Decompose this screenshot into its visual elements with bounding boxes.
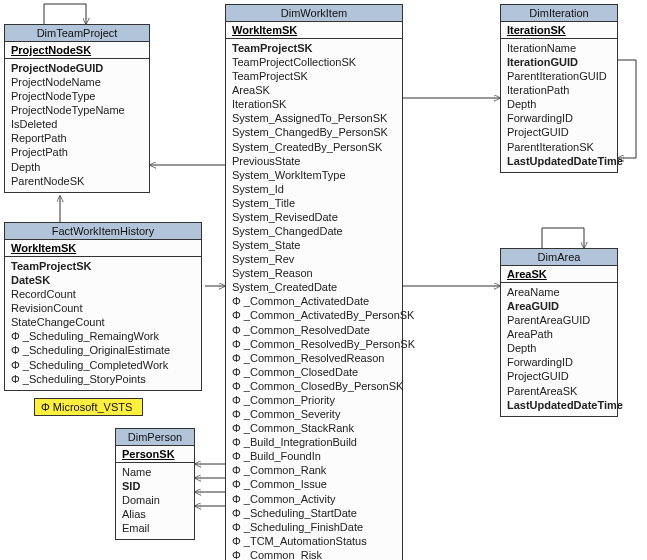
field: Φ _Build_FoundIn bbox=[232, 449, 396, 463]
legend-microsoft-vsts: Φ Microsoft_VSTS bbox=[34, 398, 143, 416]
field: Φ _Scheduling_OriginalEstimate bbox=[11, 343, 195, 357]
field: Φ _Scheduling_FinishDate bbox=[232, 520, 396, 534]
field: IterationName bbox=[507, 41, 611, 55]
field: LastUpdatedDateTime bbox=[507, 154, 611, 168]
field: ParentIterationSK bbox=[507, 140, 611, 154]
field: Depth bbox=[507, 341, 611, 355]
entity-fact-work-item-history: FactWorkItemHistory WorkItemSK TeamProje… bbox=[4, 222, 202, 391]
entity-dim-iteration: DimIteration IterationSK IterationNameIt… bbox=[500, 4, 618, 173]
field: ProjectNodeGUID bbox=[11, 61, 143, 75]
field: LastUpdatedDateTime bbox=[507, 398, 611, 412]
field-list: NameSIDDomainAliasEmail bbox=[116, 463, 194, 539]
field: Alias bbox=[122, 507, 188, 521]
field: DateSK bbox=[11, 273, 195, 287]
field: IterationPath bbox=[507, 83, 611, 97]
field: RecordCount bbox=[11, 287, 195, 301]
field: System_CreatedDate bbox=[232, 280, 396, 294]
field: Φ _Common_Risk bbox=[232, 548, 396, 560]
field: IterationSK bbox=[232, 97, 396, 111]
field: AreaSK bbox=[232, 83, 396, 97]
field: IsDeleted bbox=[11, 117, 143, 131]
field: Φ _Common_Activity bbox=[232, 492, 396, 506]
field: ProjectGUID bbox=[507, 369, 611, 383]
entity-title: DimTeamProject bbox=[5, 25, 149, 42]
entity-title: DimPerson bbox=[116, 429, 194, 446]
primary-key: WorkItemSK bbox=[5, 240, 201, 257]
field: ProjectNodeTypeName bbox=[11, 103, 143, 117]
field: System_Title bbox=[232, 196, 396, 210]
field: RevisionCount bbox=[11, 301, 195, 315]
entity-title: FactWorkItemHistory bbox=[5, 223, 201, 240]
field: ProjectGUID bbox=[507, 125, 611, 139]
field: TeamProjectSK bbox=[232, 41, 396, 55]
field: ProjectNodeType bbox=[11, 89, 143, 103]
field: System_Rev bbox=[232, 252, 396, 266]
field: System_Id bbox=[232, 182, 396, 196]
entity-title: DimWorkItem bbox=[226, 5, 402, 22]
field: Φ _Common_Issue bbox=[232, 477, 396, 491]
field: Domain bbox=[122, 493, 188, 507]
field: Φ _Build_IntegrationBuild bbox=[232, 435, 396, 449]
field: ForwardingID bbox=[507, 111, 611, 125]
field: Depth bbox=[507, 97, 611, 111]
field: Φ _Common_Severity bbox=[232, 407, 396, 421]
field: TeamProjectSK bbox=[11, 259, 195, 273]
field: Depth bbox=[11, 160, 143, 174]
field: Φ _Scheduling_RemaingWork bbox=[11, 329, 195, 343]
field: Φ _Common_ResolvedBy_PersonSK bbox=[232, 337, 396, 351]
primary-key: PersonSK bbox=[116, 446, 194, 463]
primary-key: ProjectNodeSK bbox=[5, 42, 149, 59]
field: AreaGUID bbox=[507, 299, 611, 313]
field: Φ _Scheduling_StartDate bbox=[232, 506, 396, 520]
field: TeamProjectCollectionSK bbox=[232, 55, 396, 69]
field: ProjectPath bbox=[11, 145, 143, 159]
field: Φ _Scheduling_CompletedWork bbox=[11, 358, 195, 372]
field: StateChangeCount bbox=[11, 315, 195, 329]
field-list: TeamProjectSKTeamProjectCollectionSKTeam… bbox=[226, 39, 402, 560]
entity-title: DimArea bbox=[501, 249, 617, 266]
field: ReportPath bbox=[11, 131, 143, 145]
field: Φ _TCM_AutomationStatus bbox=[232, 534, 396, 548]
field: TeamProjectSK bbox=[232, 69, 396, 83]
field: IterationGUID bbox=[507, 55, 611, 69]
field: SID bbox=[122, 479, 188, 493]
field: Φ _Common_ActivatedBy_PersonSK bbox=[232, 308, 396, 322]
primary-key: IterationSK bbox=[501, 22, 617, 39]
primary-key: WorkItemSK bbox=[226, 22, 402, 39]
primary-key: AreaSK bbox=[501, 266, 617, 283]
field-list: IterationNameIterationGUIDParentIteratio… bbox=[501, 39, 617, 172]
entity-dim-team-project: DimTeamProject ProjectNodeSK ProjectNode… bbox=[4, 24, 150, 193]
entity-dim-area: DimArea AreaSK AreaNameAreaGUIDParentAre… bbox=[500, 248, 618, 417]
field: Φ _Common_ClosedDate bbox=[232, 365, 396, 379]
entity-dim-person: DimPerson PersonSK NameSIDDomainAliasEma… bbox=[115, 428, 195, 540]
field: Φ _Common_Rank bbox=[232, 463, 396, 477]
field: ParentIterationGUID bbox=[507, 69, 611, 83]
field: System_RevisedDate bbox=[232, 210, 396, 224]
entity-title: DimIteration bbox=[501, 5, 617, 22]
field: Φ _Common_ResolvedReason bbox=[232, 351, 396, 365]
field: ParentAreaSK bbox=[507, 384, 611, 398]
field: System_WorkItemType bbox=[232, 168, 396, 182]
field: System_ChangedBy_PersonSK bbox=[232, 125, 396, 139]
field: Φ _Common_ResolvedDate bbox=[232, 323, 396, 337]
field: PreviousState bbox=[232, 154, 396, 168]
field-list: AreaNameAreaGUIDParentAreaGUIDAreaPathDe… bbox=[501, 283, 617, 416]
field: System_State bbox=[232, 238, 396, 252]
field: System_Reason bbox=[232, 266, 396, 280]
field: ProjectNodeName bbox=[11, 75, 143, 89]
field: Φ _Scheduling_StoryPoints bbox=[11, 372, 195, 386]
legend-text: Φ Microsoft_VSTS bbox=[41, 401, 132, 413]
field: Φ _Common_StackRank bbox=[232, 421, 396, 435]
field: System_ChangedDate bbox=[232, 224, 396, 238]
field: ParentNodeSK bbox=[11, 174, 143, 188]
field: AreaName bbox=[507, 285, 611, 299]
field: ParentAreaGUID bbox=[507, 313, 611, 327]
entity-dim-work-item: DimWorkItem WorkItemSK TeamProjectSKTeam… bbox=[225, 4, 403, 560]
field: Φ _Common_ActivatedDate bbox=[232, 294, 396, 308]
field-list: ProjectNodeGUIDProjectNodeNameProjectNod… bbox=[5, 59, 149, 192]
field: Email bbox=[122, 521, 188, 535]
field: System_AssignedTo_PersonSK bbox=[232, 111, 396, 125]
field: System_CreatedBy_PersonSK bbox=[232, 140, 396, 154]
field: Φ _Common_Priority bbox=[232, 393, 396, 407]
field-list: TeamProjectSKDateSKRecordCountRevisionCo… bbox=[5, 257, 201, 390]
